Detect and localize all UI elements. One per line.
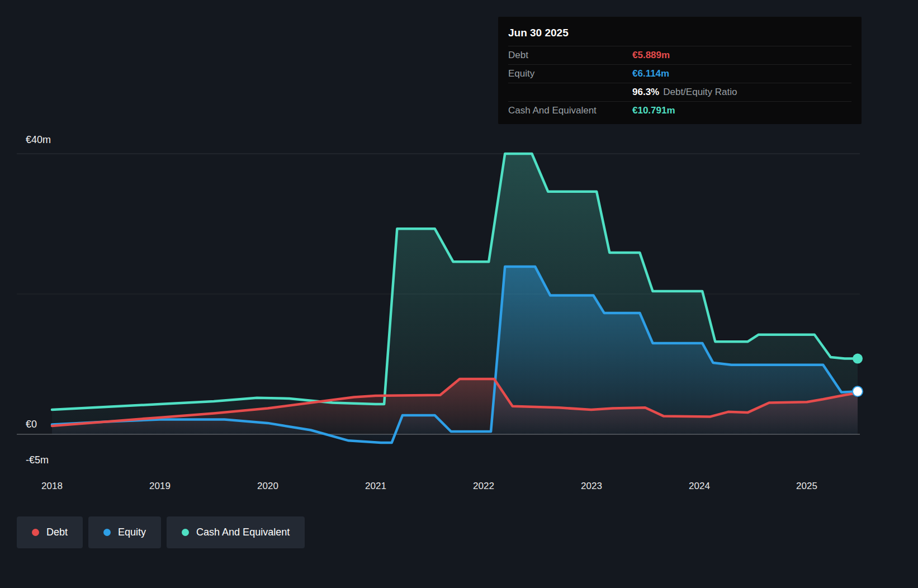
legend-equity-label: Equity bbox=[118, 527, 146, 538]
tooltip-row-cash: Cash And Equivalent €10.791m bbox=[508, 101, 851, 120]
y-axis-label-40m: €40m bbox=[26, 134, 51, 146]
legend-item-cash[interactable]: Cash And Equivalent bbox=[167, 516, 305, 548]
tooltip-debt-value: €5.889m bbox=[632, 50, 670, 61]
y-axis-label-neg5m: -€5m bbox=[26, 454, 49, 466]
tooltip-row-ratio: 96.3% Debt/Equity Ratio bbox=[508, 83, 851, 101]
x-axis-label-2023: 2023 bbox=[581, 481, 602, 492]
tooltip-equity-value: €6.114m bbox=[632, 68, 669, 79]
chart-screen: €40m €0 -€5m 2018 2019 2020 2021 2022 20… bbox=[0, 0, 918, 588]
cash-dot-icon bbox=[182, 529, 189, 536]
equity-dot-icon bbox=[103, 529, 111, 536]
legend: Debt Equity Cash And Equivalent bbox=[17, 516, 305, 548]
tooltip-date: Jun 30 2025 bbox=[508, 22, 851, 46]
x-axis-label-2020: 2020 bbox=[257, 481, 278, 492]
legend-debt-label: Debt bbox=[46, 527, 68, 538]
tooltip-cash-value: €10.791m bbox=[632, 105, 675, 116]
x-axis-label-2025: 2025 bbox=[796, 481, 817, 492]
x-axis-label-2022: 2022 bbox=[473, 481, 494, 492]
tooltip-cash-label: Cash And Equivalent bbox=[508, 105, 632, 116]
tooltip-ratio-value: 96.3% bbox=[632, 87, 659, 98]
x-axis-label-2024: 2024 bbox=[689, 481, 710, 492]
equity-endpoint-marker bbox=[853, 386, 863, 396]
x-axis-label-2021: 2021 bbox=[365, 481, 386, 492]
tooltip-equity-label: Equity bbox=[508, 68, 632, 79]
tooltip-row-debt: Debt €5.889m bbox=[508, 46, 851, 64]
cash-and-equivalent-endpoint-marker bbox=[853, 354, 863, 364]
y-axis-label-0: €0 bbox=[26, 419, 37, 430]
x-axis-label-2019: 2019 bbox=[149, 481, 171, 492]
tooltip: Jun 30 2025 Debt €5.889m Equity €6.114m … bbox=[498, 17, 862, 124]
legend-item-debt[interactable]: Debt bbox=[17, 516, 83, 548]
legend-item-equity[interactable]: Equity bbox=[88, 516, 161, 548]
tooltip-ratio-label: Debt/Equity Ratio bbox=[663, 87, 737, 98]
tooltip-row-equity: Equity €6.114m bbox=[508, 64, 851, 83]
x-axis-label-2018: 2018 bbox=[41, 481, 63, 492]
debt-dot-icon bbox=[32, 529, 39, 536]
legend-cash-label: Cash And Equivalent bbox=[196, 527, 290, 538]
tooltip-debt-label: Debt bbox=[508, 50, 632, 61]
